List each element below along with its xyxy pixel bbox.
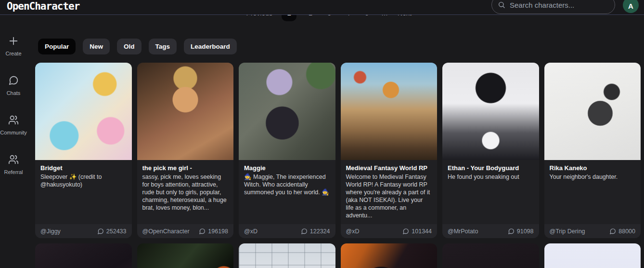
card-title: the pick me girl - [142, 164, 229, 172]
character-image [544, 243, 641, 268]
sidebar-item-community[interactable]: Community [0, 115, 27, 135]
card-body: Ethan - Your Bodyguard He found you snea… [442, 160, 539, 224]
tab-old[interactable]: Old [117, 39, 142, 54]
chat-count: 91098 [508, 228, 534, 235]
character-image [137, 63, 234, 160]
card-author[interactable]: @Trip Dering [550, 228, 585, 235]
users-icon [8, 115, 19, 125]
character-image [239, 63, 335, 160]
character-image [35, 243, 132, 268]
sidebar-item-referral[interactable]: Referral [4, 154, 23, 175]
card-body: Maggie 🧙 Maggie, The inexperienced Witch… [239, 160, 335, 224]
sidebar-item-label: Create [5, 51, 21, 56]
character-card-bridget[interactable]: Bridget Sleepover ✨ (credit to @hakusyok… [35, 63, 132, 238]
card-author[interactable]: @xD [346, 228, 360, 235]
chat-count: 252433 [97, 228, 127, 235]
card-author[interactable]: @xD [244, 228, 258, 235]
card-footer: @xD 101344 [341, 224, 438, 238]
card-author[interactable]: @OpenCharacter [142, 228, 190, 235]
chat-bubble-icon [8, 75, 19, 86]
chat-bubble-icon [301, 228, 308, 235]
character-card-medieval-rp[interactable]: Medieval Fantasy World RP Welcome to Med… [341, 63, 438, 238]
card-description: sassy, pick me, loves seeking for boys a… [142, 173, 229, 212]
plus-icon [8, 36, 19, 46]
chat-count: 196198 [199, 228, 228, 235]
character-image [35, 63, 132, 160]
opencharacter-page: ‹ Previous 1 2 3 4 5 … Next › OpenCharac… [0, 0, 644, 268]
card-description: He found you sneaking out [448, 173, 534, 181]
chat-count: 122324 [301, 228, 330, 235]
search-input[interactable] [510, 1, 609, 9]
chat-count-value: 101344 [412, 228, 432, 235]
character-card-rika[interactable]: Rika Kaneko Your neighbor's daughter. @T… [544, 63, 641, 238]
character-card-row2-3[interactable] [239, 243, 335, 268]
card-body: the pick me girl - sassy, pick me, loves… [137, 160, 234, 224]
character-card-pick-me-girl[interactable]: the pick me girl - sassy, pick me, loves… [137, 63, 234, 238]
chat-bubble-icon [402, 228, 409, 235]
chat-count-value: 122324 [310, 228, 330, 235]
sidebar-item-chats[interactable]: Chats [7, 75, 21, 96]
sidebar-item-create[interactable]: Create [5, 36, 21, 56]
card-footer: @OpenCharacter 196198 [137, 224, 234, 238]
card-footer: @Trip Dering 88000 [544, 224, 641, 238]
character-card-maggie[interactable]: Maggie 🧙 Maggie, The inexperienced Witch… [239, 63, 335, 238]
character-card-row2-2[interactable] [137, 243, 234, 268]
card-description: Sleepover ✨ (credit to @hakusyokuto) [40, 173, 127, 188]
sidebar-item-label: Community [0, 130, 27, 135]
character-card-row2-6[interactable] [544, 243, 641, 268]
card-body: Medieval Fantasy World RP Welcome to Med… [341, 160, 438, 224]
card-description: Welcome to Medieval Fantasy World RP! A … [346, 173, 432, 219]
chat-count-value: 88000 [618, 228, 635, 235]
card-footer: @MrPotato 91098 [442, 224, 539, 238]
tab-leaderboard[interactable]: Leaderboard [184, 39, 237, 54]
search-bar[interactable] [491, 0, 615, 14]
character-card-row2-4[interactable] [341, 243, 438, 268]
character-image [341, 243, 438, 268]
card-title: Medieval Fantasy World RP [346, 164, 432, 172]
tab-new[interactable]: New [83, 39, 110, 54]
card-body: Bridget Sleepover ✨ (credit to @hakusyok… [35, 160, 132, 224]
character-image [442, 243, 539, 268]
card-description: Your neighbor's daughter. [550, 173, 636, 181]
card-footer: @Jiggy 252433 [35, 224, 132, 238]
card-title: Rika Kaneko [550, 164, 636, 172]
card-title: Ethan - Your Bodyguard [448, 164, 534, 172]
card-author[interactable]: @Jiggy [40, 228, 61, 235]
character-image [442, 63, 539, 160]
search-icon [498, 1, 505, 9]
character-card-grid: Bridget Sleepover ✨ (credit to @hakusyok… [35, 63, 641, 268]
sidebar-item-label: Chats [7, 90, 21, 96]
chat-bubble-icon [508, 228, 515, 235]
character-image [239, 243, 335, 268]
tab-popular[interactable]: Popular [38, 39, 76, 54]
chat-count-value: 196198 [208, 228, 228, 235]
users-icon [8, 154, 19, 165]
character-card-ethan[interactable]: Ethan - Your Bodyguard He found you snea… [442, 63, 539, 238]
character-image [341, 63, 438, 160]
chat-count: 101344 [402, 228, 432, 235]
chat-count-value: 252433 [106, 228, 127, 235]
chat-count: 88000 [609, 228, 635, 235]
card-title: Bridget [40, 164, 127, 172]
sidebar-nav: Create Chats Community Referral [0, 15, 27, 268]
app-logo[interactable]: OpenCharacter [7, 0, 79, 12]
character-card-row2-1[interactable] [35, 243, 132, 268]
user-avatar[interactable]: A [623, 0, 639, 13]
card-title: Maggie [244, 164, 330, 172]
card-author[interactable]: @MrPotato [448, 228, 478, 235]
sidebar-item-label: Referral [4, 169, 23, 175]
card-body: Rika Kaneko Your neighbor's daughter. [544, 160, 641, 224]
tab-tags[interactable]: Tags [149, 39, 177, 54]
chat-bubble-icon [97, 228, 104, 235]
top-header-bar: OpenCharacter A [0, 0, 644, 15]
character-card-row2-5[interactable] [442, 243, 539, 268]
chat-bubble-icon [609, 228, 616, 235]
card-description: 🧙 Maggie, The inexperienced Witch. Who a… [244, 173, 330, 196]
chat-bubble-icon [199, 228, 206, 235]
filter-tabs: Popular New Old Tags Leaderboard [38, 39, 237, 54]
character-image [544, 63, 641, 160]
card-footer: @xD 122324 [239, 224, 335, 238]
chat-count-value: 91098 [517, 228, 534, 235]
character-image [137, 243, 234, 268]
